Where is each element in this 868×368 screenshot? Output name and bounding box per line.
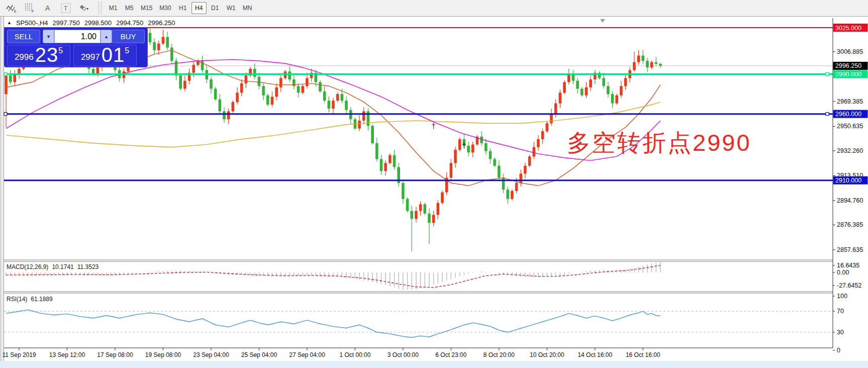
svg-text:2996.250: 2996.250 (835, 62, 861, 69)
cross-marker[interactable]: † (462, 142, 466, 150)
bottom-band (0, 361, 868, 368)
symbol-period-label: SP500-,H4 (16, 19, 48, 27)
chevron-up-icon: ▲ (104, 34, 109, 39)
rsi-scale-label: 30 (837, 329, 844, 336)
svg-text:6 Oct 23:00: 6 Oct 23:00 (435, 351, 466, 358)
sell-button[interactable]: SELL (7, 30, 40, 43)
quote-close: 2996.250 (148, 19, 175, 27)
volume-input[interactable] (54, 30, 101, 43)
svg-text:14 Oct 16:00: 14 Oct 16:00 (577, 351, 612, 358)
svg-text:2960.000: 2960.000 (835, 111, 861, 118)
svg-text:16 Oct 16:00: 16 Oct 16:00 (626, 351, 660, 358)
svg-text:2857.635: 2857.635 (837, 246, 863, 253)
rsi-scale-label: 70 (837, 308, 844, 315)
svg-text:3025.000: 3025.000 (835, 25, 861, 32)
sell-price-small: 2996 (15, 50, 34, 65)
price-label-2990.000: 2990.000 (833, 70, 868, 78)
sell-price-big: 23 (35, 45, 59, 65)
svg-text:25 Sep 04:00: 25 Sep 04:00 (241, 351, 277, 358)
rsi-scale-label: 100 (837, 293, 847, 300)
one-click-trading-panel: SELL ▼ ▲ BUY 2996235 2997015 (4, 27, 148, 67)
quote-header: ▲ SP500-,H4 2997.750 2998.500 2994.750 2… (7, 19, 175, 27)
svg-text:23 Sep 04:00: 23 Sep 04:00 (193, 351, 229, 358)
buy-price-small: 2997 (81, 50, 100, 65)
macd-hist-value: 10.1741 (52, 263, 73, 270)
cross-marker[interactable]: † (432, 122, 436, 130)
svg-text:11 Sep 2019: 11 Sep 2019 (2, 351, 36, 358)
svg-text:8 Oct 20:00: 8 Oct 20:00 (484, 351, 515, 358)
svg-text:17 Sep 08:00: 17 Sep 08:00 (97, 351, 133, 358)
chevron-down-icon: ▼ (46, 34, 51, 39)
svg-text:2990.000: 2990.000 (835, 71, 861, 78)
rsi-label: RSI(14) (7, 296, 27, 303)
rsi-value: 61.1889 (31, 296, 52, 303)
svg-text:10 Oct 20:00: 10 Oct 20:00 (530, 351, 564, 358)
svg-text:2894.760: 2894.760 (837, 197, 863, 204)
macd-scale-label: 16.6435 (837, 262, 859, 269)
buy-price-sup: 5 (125, 47, 129, 55)
sell-price-button[interactable]: 2996235 (7, 45, 70, 66)
buy-price-button[interactable]: 2997015 (73, 45, 137, 66)
price-label-2910.000: 2910.000 (833, 176, 868, 185)
macd-header: MACD(12,26,9) 10.1741 11.3523 (7, 263, 99, 270)
svg-text:2950.635: 2950.635 (837, 123, 863, 130)
svg-text:2969.385: 2969.385 (837, 98, 863, 105)
svg-text:3006.885: 3006.885 (837, 48, 863, 55)
rsi-scale-label: 0 (837, 347, 840, 354)
mt4-chart-window: EFAT▾ M1M5M15M30H1H4D1W1MN ††3006.885296… (0, 0, 868, 368)
price-label-2996.250: 2996.250 (833, 62, 868, 70)
quote-low: 2994.750 (116, 19, 143, 27)
volume-decrease-button[interactable]: ▼ (43, 30, 54, 43)
rsi-header: RSI(14) 61.1889 (7, 296, 53, 303)
svg-text:2932.260: 2932.260 (837, 147, 863, 154)
collapse-icon[interactable]: ▲ (7, 20, 12, 25)
svg-text:1 Oct 00:00: 1 Oct 00:00 (339, 351, 370, 358)
macd-label: MACD(12,26,9) (7, 263, 48, 270)
volume-increase-button[interactable]: ▲ (101, 30, 112, 43)
macd-scale-label: -27.6452 (837, 282, 861, 289)
svg-text:13 Sep 12:00: 13 Sep 12:00 (49, 351, 85, 358)
svg-text:2910.000: 2910.000 (835, 177, 861, 184)
trade-panel-row: SELL ▼ ▲ BUY (5, 30, 147, 44)
svg-text:19 Sep 08:00: 19 Sep 08:00 (145, 351, 181, 358)
price-label-3025.000: 3025.000 (833, 24, 868, 32)
svg-text:3 Oct 00:00: 3 Oct 00:00 (388, 351, 419, 358)
svg-text:27 Sep 04:00: 27 Sep 04:00 (289, 351, 325, 358)
sell-price-sup: 5 (58, 47, 63, 55)
macd-signal-value: 11.3523 (77, 263, 99, 270)
buy-button[interactable]: BUY (112, 30, 145, 43)
price-label-2960.000: 2960.000 (833, 110, 868, 118)
svg-text:2876.385: 2876.385 (837, 221, 863, 228)
macd-scale-label: 0.00 (837, 269, 849, 276)
quote-open: 2997.750 (53, 19, 80, 27)
buy-price-big: 01 (102, 45, 125, 65)
chart-text-annotation[interactable]: 多空转折点2990 (567, 127, 751, 159)
quote-high: 2998.500 (84, 19, 112, 27)
